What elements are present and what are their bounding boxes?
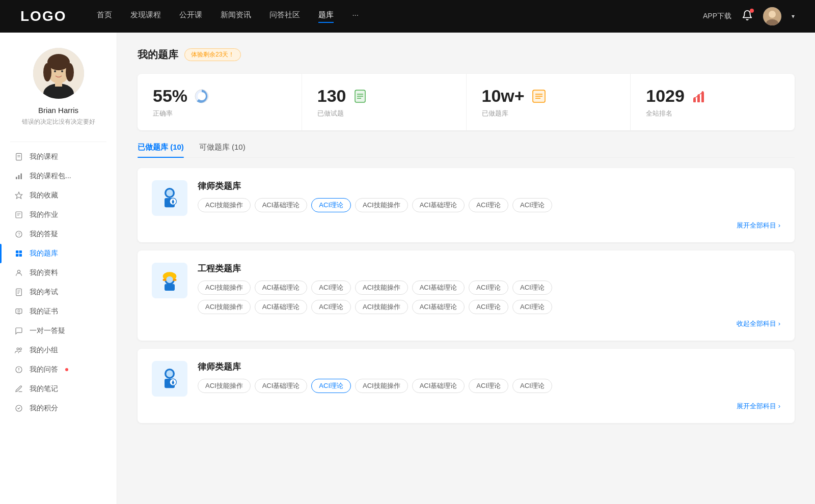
qbank-footer: 展开全部科目 ›: [152, 221, 780, 230]
notification-bell[interactable]: [742, 10, 753, 23]
tag[interactable]: ACI技能操作: [355, 281, 408, 295]
expand-link[interactable]: 展开全部科目 ›: [737, 402, 780, 411]
sidebar-item-one-on-one[interactable]: 一对一答疑: [0, 321, 117, 341]
stat-label: 已做题库: [482, 109, 615, 118]
nav-news[interactable]: 新闻资讯: [221, 10, 251, 23]
svg-point-58: [701, 91, 703, 93]
sidebar-item-my-qbank[interactable]: 我的题库: [0, 244, 117, 263]
profile-motto: 错误的决定比没有决定要好: [22, 118, 95, 126]
tag[interactable]: ACI基础理论: [255, 198, 308, 212]
stat-top: 10w+: [482, 86, 615, 106]
tag[interactable]: ACI技能操作: [355, 379, 408, 393]
app-download-button[interactable]: APP下载: [703, 12, 731, 21]
svg-rect-17: [20, 174, 22, 179]
tag[interactable]: ACI基础理论: [255, 379, 308, 393]
stat-value: 10w+: [482, 86, 525, 106]
sidebar-item-my-questions[interactable]: 我的问答: [0, 360, 117, 379]
question-icon: ?: [14, 230, 23, 239]
tag[interactable]: ACI理论: [311, 281, 351, 295]
main-content: 我的题库 体验剩余23天！ 55% 正确: [117, 33, 815, 504]
tag[interactable]: ACI理论: [512, 198, 552, 212]
bar-icon: [14, 172, 23, 181]
sidebar-item-my-cert[interactable]: 我的证书: [0, 302, 117, 321]
qbank-icon-lawyer: [152, 180, 187, 216]
sidebar-item-label: 我的积分: [30, 404, 58, 413]
stat-label: 全站排名: [646, 109, 779, 118]
svg-rect-24: [16, 250, 18, 253]
tag[interactable]: ACI技能操作: [355, 300, 408, 314]
tag[interactable]: ACI理论: [469, 300, 508, 314]
sidebar-item-my-course[interactable]: 我的课程: [0, 147, 117, 166]
avatar-dropdown-arrow[interactable]: ▾: [792, 13, 795, 20]
tag[interactable]: ACI基础理论: [255, 300, 308, 314]
nav-discover[interactable]: 发现课程: [130, 10, 161, 23]
tab-available-banks[interactable]: 可做题库 (10): [199, 143, 246, 157]
sidebar-item-my-notes[interactable]: 我的笔记: [0, 379, 117, 399]
qbank-title: 工程类题库: [198, 263, 780, 274]
tag[interactable]: ACI技能操作: [198, 300, 251, 314]
tag[interactable]: ACI基础理论: [412, 198, 465, 212]
qbank-card-lawyer-1: 律师类题库 ACI技能操作 ACI基础理论 ACI理论 ACI技能操作 ACI基…: [138, 168, 795, 242]
sidebar-item-course-package[interactable]: 我的课程包...: [0, 166, 117, 186]
tag[interactable]: ACI基础理论: [255, 281, 308, 295]
sidebar-item-my-points[interactable]: 我的积分: [0, 399, 117, 418]
star-icon: [14, 191, 23, 200]
expand-link[interactable]: 展开全部科目 ›: [737, 221, 780, 230]
chat-icon: [14, 326, 23, 335]
stat-top: 1029: [646, 86, 779, 106]
tag[interactable]: ACI基础理论: [412, 379, 465, 393]
avatar[interactable]: [763, 7, 781, 25]
qbank-tags: ACI技能操作 ACI基础理论 ACI理论 ACI技能操作 ACI基础理论 AC…: [198, 379, 780, 393]
sidebar-item-label: 我的题库: [30, 249, 58, 258]
cert-icon: [14, 307, 23, 316]
tag[interactable]: ACI理论: [512, 281, 552, 295]
tag[interactable]: ACI技能操作: [198, 281, 251, 295]
svg-point-35: [17, 348, 19, 350]
tag[interactable]: ACI基础理论: [412, 300, 465, 314]
tag[interactable]: ACI理论: [469, 198, 508, 212]
sidebar-item-favorites[interactable]: 我的收藏: [0, 186, 117, 205]
sidebar-item-homework[interactable]: 我的作业: [0, 205, 117, 225]
tag[interactable]: ACI基础理论: [412, 281, 465, 295]
nav-open-class[interactable]: 公开课: [179, 10, 202, 23]
tab-done-banks[interactable]: 已做题库 (10): [138, 143, 184, 157]
sidebar-item-my-group[interactable]: 我的小组: [0, 341, 117, 360]
sidebar-profile: Brian Harris 错误的决定比没有决定要好: [0, 33, 117, 136]
stat-top: 130: [317, 86, 451, 106]
qbank-title: 律师类题库: [198, 361, 780, 373]
sidebar-item-label: 我的课程: [30, 152, 58, 161]
tag[interactable]: ACI理论: [469, 281, 508, 295]
doc-icon: [14, 288, 23, 297]
stat-label: 已做试题: [317, 109, 451, 118]
nav-home[interactable]: 首页: [97, 10, 112, 23]
nav-more[interactable]: ···: [352, 10, 359, 23]
qbank-card-engineer: 工程类题库 ACI技能操作 ACI基础理论 ACI理论 ACI技能操作 ACI基…: [138, 250, 795, 341]
tag-active[interactable]: ACI理论: [311, 198, 351, 212]
collapse-link[interactable]: 收起全部科目 ›: [737, 319, 780, 328]
tag[interactable]: ACI理论: [469, 379, 508, 393]
svg-rect-19: [16, 212, 22, 218]
tag[interactable]: ACI理论: [512, 379, 552, 393]
nav-qbank[interactable]: 题库: [318, 10, 334, 23]
tag-active[interactable]: ACI理论: [311, 379, 351, 393]
nav-qa[interactable]: 问答社区: [269, 10, 300, 23]
points-icon: [14, 404, 23, 413]
tag[interactable]: ACI理论: [311, 300, 351, 314]
svg-point-63: [172, 200, 174, 201]
sidebar-item-my-profile[interactable]: 我的资料: [0, 263, 117, 283]
sidebar-divider: [10, 142, 106, 142]
svg-rect-33: [16, 309, 22, 314]
qbank-header: 律师类题库 ACI技能操作 ACI基础理论 ACI理论 ACI技能操作 ACI基…: [152, 180, 780, 216]
tag[interactable]: ACI技能操作: [198, 198, 251, 212]
stat-banks-done: 10w+ 已做题库: [467, 74, 631, 130]
qbank-card-lawyer-2: 律师类题库 ACI技能操作 ACI基础理论 ACI理论 ACI技能操作 ACI基…: [138, 349, 795, 423]
tag[interactable]: ACI理论: [512, 300, 552, 314]
tag[interactable]: ACI技能操作: [355, 198, 408, 212]
sidebar-item-my-exam[interactable]: 我的考试: [0, 283, 117, 302]
tag[interactable]: ACI技能操作: [198, 379, 251, 393]
qbank-footer: 展开全部科目 ›: [152, 402, 780, 411]
qbank-body: 律师类题库 ACI技能操作 ACI基础理论 ACI理论 ACI技能操作 ACI基…: [198, 180, 780, 212]
sidebar-item-my-qa[interactable]: ? 我的答疑: [0, 225, 117, 244]
svg-point-71: [166, 370, 173, 377]
svg-rect-25: [19, 250, 22, 253]
